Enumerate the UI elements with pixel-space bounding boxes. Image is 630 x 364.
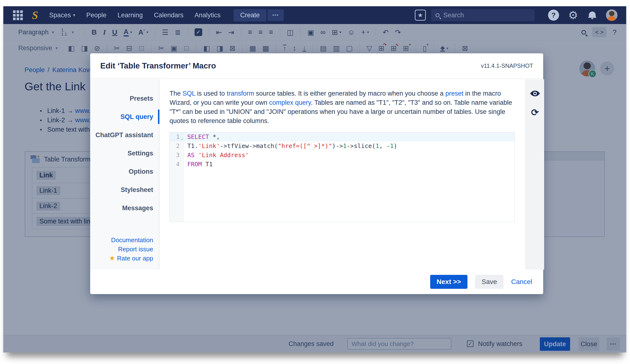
- next-button[interactable]: Next >>: [430, 275, 468, 289]
- code-line: AS 'Link Address': [184, 151, 514, 160]
- dialog-body: PresetsSQL queryChatGPT assistantSetting…: [90, 79, 543, 270]
- nav-item-label: Calendars: [154, 11, 184, 19]
- star-icon: ★: [109, 254, 115, 263]
- sql-code-editor[interactable]: 1▾234 SELECT *,T1.'Link'->tfView->match(…: [170, 132, 515, 222]
- dialog-header: Edit ‘Table Transformer’ Macro v11.4.1-S…: [90, 53, 543, 79]
- nav-right-cluster: ★ ? ⚙: [415, 9, 618, 21]
- search-box[interactable]: [431, 9, 534, 21]
- code-line: SELECT *,: [184, 132, 514, 141]
- top-navbar: S Spaces▾PeopleLearningCalendarsAnalytic…: [3, 6, 626, 24]
- code-token: ->tfView->match(: [220, 142, 278, 149]
- code-token: ->slice(: [346, 142, 375, 149]
- nav-item-spaces[interactable]: Spaces▾: [49, 11, 75, 19]
- description-link[interactable]: transform: [227, 90, 254, 97]
- confluence-logo[interactable]: S: [32, 9, 38, 22]
- preview-eye-icon[interactable]: [530, 90, 540, 97]
- description-text: source tables. It is either generated by…: [254, 90, 445, 97]
- description-link[interactable]: SQL: [182, 90, 195, 97]
- description-link[interactable]: complex query: [269, 99, 311, 106]
- nav-menu: Spaces▾PeopleLearningCalendarsAnalytics: [38, 11, 220, 19]
- cancel-button[interactable]: Cancel: [511, 278, 532, 286]
- nav-item-label: Spaces: [49, 11, 71, 19]
- search-icon: [436, 13, 440, 17]
- code-token: "href=([^ >]*)": [278, 142, 332, 149]
- dialog-version: v11.4.1-SNAPSHOT: [481, 62, 533, 69]
- favorites-icon[interactable]: ★: [415, 9, 426, 21]
- tab-chatgpt-assistant[interactable]: ChatGPT assistant: [90, 126, 159, 144]
- sidebar-link-label: Report issue: [118, 245, 153, 254]
- app-switcher-icon[interactable]: [13, 10, 23, 20]
- star-icon: ★: [418, 11, 423, 19]
- user-avatar[interactable]: [606, 9, 618, 21]
- sql-description: The SQL is used to transform source tabl…: [170, 89, 515, 125]
- app-window: S Spaces▾PeopleLearningCalendarsAnalytic…: [3, 6, 627, 353]
- code-token: FROM: [187, 161, 202, 168]
- dialog-sidebar: PresetsSQL queryChatGPT assistantSetting…: [90, 79, 160, 270]
- code-token: AS: [187, 152, 194, 159]
- dialog-title: Edit ‘Table Transformer’ Macro: [100, 61, 216, 70]
- tab-presets[interactable]: Presets: [90, 89, 159, 108]
- nav-item-label: Learning: [118, 11, 143, 19]
- description-text: is used to: [195, 90, 227, 97]
- sidebar-link-report-issue[interactable]: Report issue: [109, 245, 153, 254]
- code-token: 1: [390, 142, 394, 149]
- code-token: T1: [202, 161, 212, 168]
- nav-item-learning[interactable]: Learning: [118, 11, 143, 19]
- refresh-icon[interactable]: ⟳: [531, 107, 539, 118]
- code-token: ): [394, 142, 397, 149]
- description-link[interactable]: preset: [445, 90, 463, 97]
- sidebar-link-rate-our-app[interactable]: ★Rate our app: [109, 254, 153, 263]
- code-token: SELECT: [187, 133, 209, 140]
- nav-item-analytics[interactable]: Analytics: [194, 11, 220, 19]
- dialog-footer: Next >> Save Cancel: [90, 270, 543, 294]
- code-gutter: 1▾234: [170, 132, 184, 222]
- tab-sql-query[interactable]: SQL query: [90, 108, 159, 126]
- code-token: , -: [379, 142, 390, 149]
- code-lines[interactable]: SELECT *,T1.'Link'->tfView->match("href=…: [184, 132, 514, 169]
- tab-options[interactable]: Options: [90, 162, 159, 181]
- nav-item-label: Analytics: [194, 11, 220, 19]
- sidebar-link-documentation[interactable]: Documentation: [109, 235, 153, 245]
- dialog-right-rail: ⟳: [526, 79, 544, 270]
- create-button[interactable]: Create: [234, 9, 266, 21]
- code-line: T1.'Link'->tfView->match("href=([^ >]*)"…: [184, 141, 514, 151]
- code-token: 1: [376, 142, 379, 149]
- line-number: 3: [170, 151, 184, 160]
- code-line: FROM T1: [184, 160, 514, 169]
- description-text: The: [170, 90, 182, 97]
- line-number: 1▾: [170, 132, 184, 141]
- code-token: [194, 152, 198, 159]
- line-number: 4: [170, 160, 184, 169]
- settings-gear-icon[interactable]: ⚙: [568, 9, 578, 21]
- dialog-content: The SQL is used to transform source tabl…: [160, 79, 526, 270]
- code-token: 1: [343, 142, 346, 149]
- sidebar-link-label: Rate our app: [117, 254, 153, 263]
- code-token: 'Link': [198, 142, 220, 149]
- code-token: 'Link Address': [198, 152, 249, 159]
- sidebar-link-label: Documentation: [111, 235, 153, 245]
- nav-more-button[interactable]: •••: [268, 9, 284, 21]
- code-token: )->: [332, 142, 343, 149]
- code-token: *,: [209, 133, 220, 140]
- nav-item-label: People: [86, 11, 106, 19]
- help-icon[interactable]: ?: [548, 9, 559, 21]
- search-input[interactable]: [444, 11, 530, 19]
- tab-messages[interactable]: Messages: [90, 199, 159, 217]
- code-token: T1.: [187, 142, 198, 149]
- tab-settings[interactable]: Settings: [90, 144, 159, 162]
- nav-item-people[interactable]: People: [86, 11, 106, 19]
- notifications-bell-icon[interactable]: [588, 11, 596, 19]
- line-number: 2: [170, 141, 184, 151]
- save-button[interactable]: Save: [475, 275, 504, 289]
- macro-edit-dialog: Edit ‘Table Transformer’ Macro v11.4.1-S…: [90, 53, 543, 294]
- tab-stylesheet[interactable]: Stylesheet: [90, 181, 159, 199]
- chevron-down-icon: ▾: [73, 12, 75, 18]
- nav-item-calendars[interactable]: Calendars: [154, 11, 184, 19]
- dialog-sidebar-links: DocumentationReport issue★Rate our app: [109, 235, 153, 263]
